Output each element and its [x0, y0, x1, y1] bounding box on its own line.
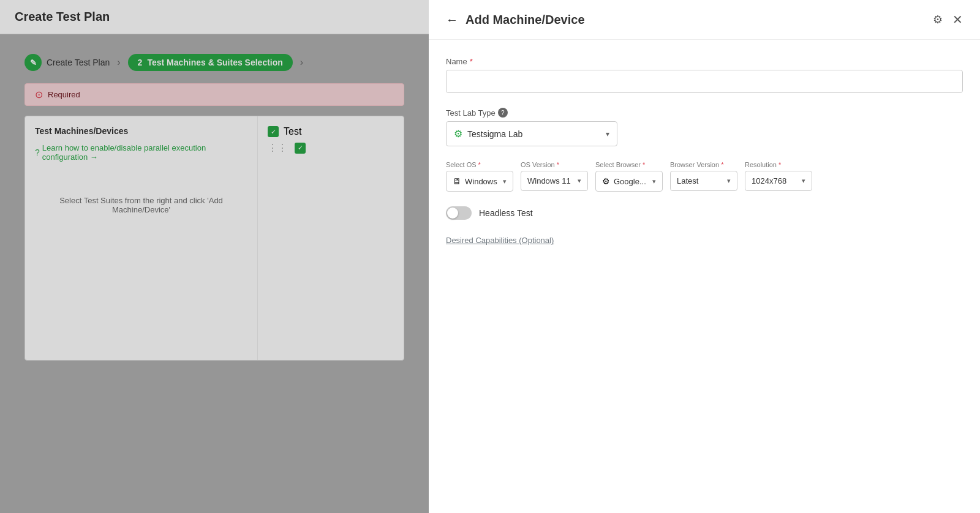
lab-type-value: Testsigma Lab	[467, 129, 601, 139]
lab-type-group: Test Lab Type ? ⚙ Testsigma Lab ▾	[446, 108, 963, 146]
browser-chevron-icon: ▾	[652, 178, 656, 185]
windows-icon: 🖥	[453, 176, 461, 186]
browser-select[interactable]: ⚙ Google... ▾	[595, 171, 663, 192]
lab-type-help-icon[interactable]: ?	[498, 108, 508, 118]
settings-button[interactable]: ⚙	[933, 13, 943, 26]
machine-config-row: Select OS * 🖥 Windows ▾ OS Version * Win…	[446, 161, 963, 192]
headless-label: Headless Test	[479, 208, 533, 218]
panel-header-right: ⚙ ✕	[933, 12, 963, 27]
resolution-select[interactable]: 1024x768 ▾	[745, 171, 812, 191]
resolution-value: 1024x768	[752, 176, 798, 185]
close-button[interactable]: ✕	[952, 12, 963, 27]
os-chevron-icon: ▾	[503, 178, 507, 185]
overlay	[0, 0, 429, 513]
os-value: Windows	[465, 177, 499, 186]
os-version-value: Windows 11	[527, 176, 574, 185]
browser-icon: ⚙	[602, 176, 610, 186]
lab-type-label: Test Lab Type ?	[446, 108, 963, 118]
browser-version-chevron-icon: ▾	[727, 177, 731, 185]
headless-toggle[interactable]	[446, 206, 472, 220]
panel-body: Name * Test Lab Type ? ⚙ Testsigma Lab ▾…	[429, 40, 980, 513]
os-version-label: OS Version *	[521, 161, 588, 168]
os-version-field: OS Version * Windows 11 ▾	[521, 161, 588, 191]
lab-dropdown-chevron-icon: ▾	[606, 130, 609, 138]
browser-field: Select Browser * ⚙ Google... ▾	[595, 161, 663, 192]
browser-value: Google...	[614, 177, 649, 186]
name-input[interactable]	[446, 70, 963, 93]
name-required: *	[470, 57, 473, 66]
os-select[interactable]: 🖥 Windows ▾	[446, 171, 513, 192]
browser-label: Select Browser *	[595, 161, 663, 168]
browser-version-label: Browser Version *	[670, 161, 737, 168]
desired-capabilities-link[interactable]: Desired Capabilities (Optional)	[446, 236, 554, 245]
os-version-select[interactable]: Windows 11 ▾	[521, 171, 588, 191]
lab-gear-icon: ⚙	[454, 128, 462, 140]
os-label: Select OS *	[446, 161, 513, 168]
name-label: Name *	[446, 57, 963, 66]
back-button[interactable]: ←	[446, 13, 458, 27]
resolution-field: Resolution * 1024x768 ▾	[745, 161, 812, 191]
os-version-chevron-icon: ▾	[578, 177, 581, 185]
panel-header-left: ← Add Machine/Device	[446, 13, 585, 27]
toggle-knob	[447, 208, 458, 219]
desired-cap-group: Desired Capabilities (Optional)	[446, 234, 963, 245]
name-group: Name *	[446, 57, 963, 93]
browser-version-value: Latest	[677, 176, 723, 185]
lab-type-dropdown[interactable]: ⚙ Testsigma Lab ▾	[446, 121, 617, 146]
browser-version-select[interactable]: Latest ▾	[670, 171, 737, 191]
os-field: Select OS * 🖥 Windows ▾	[446, 161, 513, 192]
resolution-chevron-icon: ▾	[802, 177, 805, 185]
browser-version-field: Browser Version * Latest ▾	[670, 161, 737, 191]
headless-row: Headless Test	[446, 206, 963, 220]
panel-header: ← Add Machine/Device ⚙ ✕	[429, 0, 980, 40]
side-panel: ← Add Machine/Device ⚙ ✕ Name * Test Lab…	[429, 0, 980, 513]
resolution-label: Resolution *	[745, 161, 812, 168]
panel-title: Add Machine/Device	[466, 13, 585, 27]
